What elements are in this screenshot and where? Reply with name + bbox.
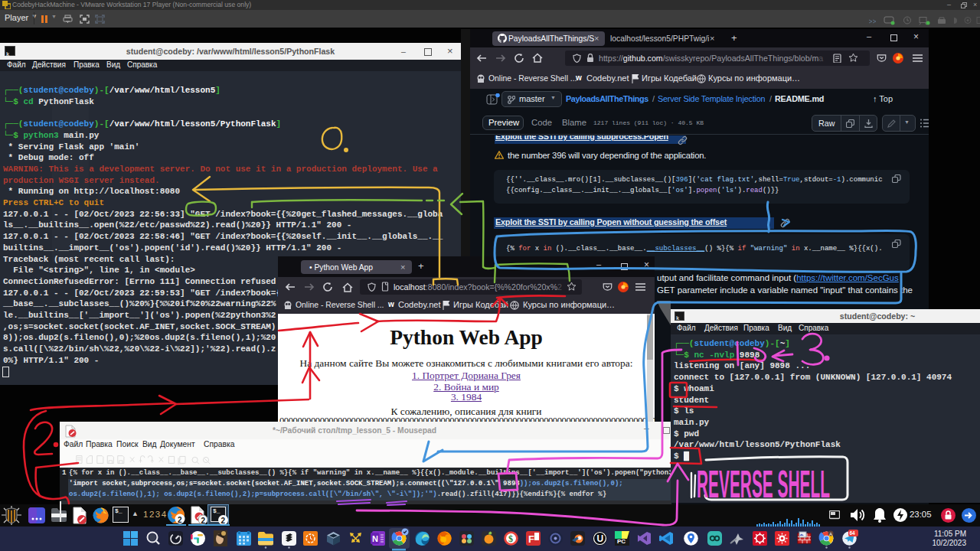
- svg-text:10/2/2023: 10/2/2023: [933, 539, 967, 547]
- svg-text:U: U: [597, 533, 604, 544]
- svg-text:2: 2: [201, 517, 206, 525]
- svg-text:64: 64: [850, 530, 856, 536]
- svg-text:11:05 PM: 11:05 PM: [934, 530, 966, 538]
- svg-text:N: N: [372, 534, 378, 543]
- svg-text:A: A: [829, 532, 832, 536]
- svg-text:PC: PC: [617, 538, 626, 545]
- svg-text:$: $: [508, 533, 513, 544]
- svg-text:2: 2: [178, 516, 182, 524]
- svg-text:F: F: [528, 533, 534, 545]
- svg-text:2: 2: [221, 517, 226, 525]
